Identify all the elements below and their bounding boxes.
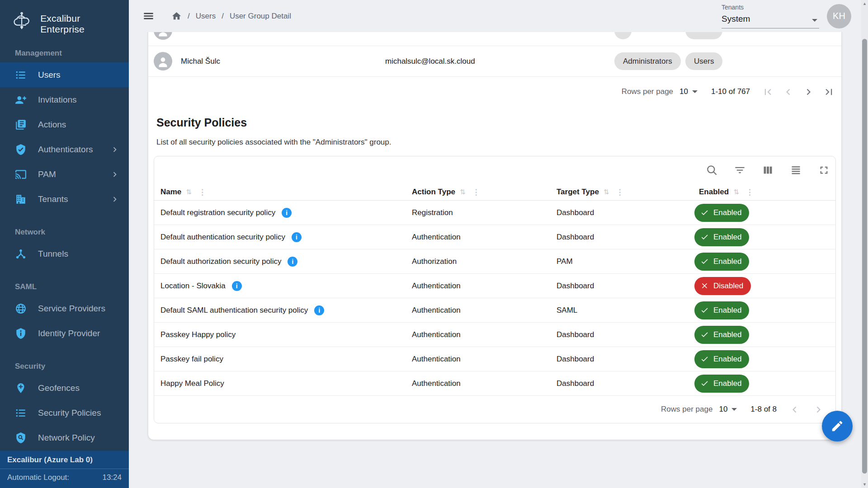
rows-per-page-select[interactable]: Rows per page 10 xyxy=(622,87,698,96)
fullscreen-icon[interactable] xyxy=(818,164,830,176)
menu-toggle-button[interactable] xyxy=(142,10,155,22)
status-badge-enabled[interactable]: Enabled xyxy=(694,350,749,368)
sidebar-nav: ManagementUsersInvitationsActionsAuthent… xyxy=(0,49,129,450)
sidebar-item-invitations[interactable]: Invitations xyxy=(0,87,129,112)
scrollbar-thumb[interactable] xyxy=(862,39,867,474)
home-icon[interactable] xyxy=(171,11,182,21)
scroll-up-arrow-icon[interactable]: ▲ xyxy=(861,0,868,7)
column-menu-icon[interactable]: ⋮ xyxy=(746,187,754,197)
sidebar-item-tunnels[interactable]: Tunnels xyxy=(0,241,129,266)
sort-icon[interactable]: ⇅ xyxy=(460,188,466,196)
search-icon[interactable] xyxy=(706,164,718,176)
status-badge-enabled[interactable]: Enabled xyxy=(694,326,749,344)
sidebar-item-label: Tunnels xyxy=(38,249,68,259)
sidebar-item-geofences[interactable]: Geofences xyxy=(0,375,129,400)
density-icon[interactable] xyxy=(790,164,802,176)
rows-per-page-select[interactable]: Rows per page 10 xyxy=(661,405,737,414)
sidebar-footer: Excalibur (Azure Lab 0) Automatic Logout… xyxy=(0,451,129,488)
info-icon[interactable]: i xyxy=(232,281,242,291)
columns-icon[interactable] xyxy=(762,164,774,176)
policy-row[interactable]: Passkey Happy policyAuthenticationDashbo… xyxy=(154,323,835,347)
table-body: Default registration security policyiReg… xyxy=(154,201,835,396)
sort-icon[interactable]: ⇅ xyxy=(733,188,739,196)
first-page-button[interactable] xyxy=(762,86,774,98)
status-label: Enabled xyxy=(713,330,741,339)
avatar xyxy=(154,52,172,70)
topbar: / Users / User Group Detail Tenants Syst… xyxy=(129,0,868,32)
policy-row[interactable]: Default authentication security policyiA… xyxy=(154,225,835,249)
avatar xyxy=(154,32,172,40)
tenants-select[interactable]: Tenants System xyxy=(722,4,819,28)
policy-action-type: Authentication xyxy=(412,379,461,388)
sidebar-item-label: PAM xyxy=(38,169,56,179)
policy-name: Default registration security policyi xyxy=(160,208,292,218)
scroll-down-arrow-icon[interactable]: ▼ xyxy=(861,481,868,488)
column-header-action-type[interactable]: Action Type⇅⋮ xyxy=(412,187,480,197)
policy-row[interactable]: Passkey fail policyAuthenticationDashboa… xyxy=(154,347,835,371)
policy-row[interactable]: Default registration security policyiReg… xyxy=(154,201,835,225)
breadcrumb-users[interactable]: Users xyxy=(196,12,216,21)
sort-icon[interactable]: ⇅ xyxy=(186,188,192,196)
sidebar-item-label: Authenticators xyxy=(38,145,93,155)
column-menu-icon[interactable]: ⋮ xyxy=(198,187,206,197)
library-books-icon xyxy=(15,119,27,131)
page-title: Security Policies xyxy=(156,116,841,129)
policy-row[interactable]: Default authorization security policyiAu… xyxy=(154,249,835,274)
previous-page-button[interactable] xyxy=(788,404,801,416)
status-badge-enabled[interactable]: Enabled xyxy=(694,204,749,222)
globe-icon xyxy=(15,303,27,314)
vertical-scrollbar[interactable]: ▲ ▼ xyxy=(861,0,868,488)
user-avatar[interactable]: KH xyxy=(827,4,851,28)
column-menu-icon[interactable]: ⋮ xyxy=(616,187,623,197)
sidebar-item-label: Tenants xyxy=(38,194,68,204)
column-header-enabled[interactable]: Enabled⇅⋮ xyxy=(699,187,754,197)
info-icon[interactable]: i xyxy=(314,305,324,315)
sidebar-item-security-policies[interactable]: Security Policies xyxy=(0,400,129,425)
section-label-security: Security xyxy=(0,362,129,371)
sidebar-item-tenants[interactable]: Tenants xyxy=(0,187,129,211)
column-header-label: Action Type xyxy=(412,188,455,197)
sort-icon[interactable]: ⇅ xyxy=(604,188,609,196)
status-label: Disabled xyxy=(713,282,743,291)
filter-icon[interactable] xyxy=(734,164,746,176)
info-icon[interactable]: i xyxy=(288,257,297,267)
sidebar-item-actions[interactable]: Actions xyxy=(0,112,129,137)
policy-action-type: Authentication xyxy=(412,233,461,242)
status-label: Enabled xyxy=(713,257,741,266)
person-add-icon xyxy=(15,94,27,106)
column-header-name[interactable]: Name⇅⋮ xyxy=(160,187,206,197)
policy-row[interactable]: Location - SlovakiaiAuthenticationDashbo… xyxy=(154,274,835,298)
policy-row[interactable]: Happy Meal PolicyAuthenticationDashboard… xyxy=(154,371,835,396)
next-page-button[interactable] xyxy=(812,404,825,416)
sidebar-item-service-providers[interactable]: Service Providers xyxy=(0,296,129,321)
check-icon xyxy=(700,330,709,339)
sidebar-item-identity-provider[interactable]: Identity Provider xyxy=(0,321,129,346)
policy-name: Location - Slovakiai xyxy=(160,281,242,291)
user-row[interactable]: Michal Šulc michalsulc@local.sk.cloud Ad… xyxy=(148,46,841,77)
sidebar-item-network-policy[interactable]: Network Policy xyxy=(0,425,129,450)
status-badge-enabled[interactable]: Enabled xyxy=(694,375,749,393)
status-badge-enabled[interactable]: Enabled xyxy=(694,253,749,271)
last-page-button[interactable] xyxy=(823,86,835,98)
sidebar-item-label: Users xyxy=(38,70,61,80)
sidebar-item-label: Actions xyxy=(38,120,66,130)
policy-row[interactable]: Default SAML authentication security pol… xyxy=(154,298,835,323)
column-header-target-type[interactable]: Target Type⇅⋮ xyxy=(557,187,623,197)
sidebar-item-authenticators[interactable]: Authenticators xyxy=(0,137,129,162)
info-icon[interactable]: i xyxy=(282,208,292,218)
status-badge-disabled[interactable]: Disabled xyxy=(694,277,751,295)
column-menu-icon[interactable]: ⋮ xyxy=(472,187,480,197)
check-icon xyxy=(700,233,709,241)
status-badge-enabled[interactable]: Enabled xyxy=(694,228,749,246)
policy-target-type: Dashboard xyxy=(557,282,594,291)
sidebar-item-users[interactable]: Users xyxy=(0,62,129,87)
next-page-button[interactable] xyxy=(802,86,815,98)
sidebar-item-pam[interactable]: PAM xyxy=(0,162,129,187)
previous-page-button[interactable] xyxy=(782,86,794,98)
footer-tenant-name: Excalibur (Azure Lab 0) xyxy=(0,451,129,469)
status-badge-enabled[interactable]: Enabled xyxy=(694,301,749,319)
edit-fab-button[interactable] xyxy=(822,411,853,441)
policy-name: Passkey fail policy xyxy=(160,355,223,364)
info-icon[interactable]: i xyxy=(292,232,302,242)
sidebar-item-label: Security Policies xyxy=(38,408,101,418)
